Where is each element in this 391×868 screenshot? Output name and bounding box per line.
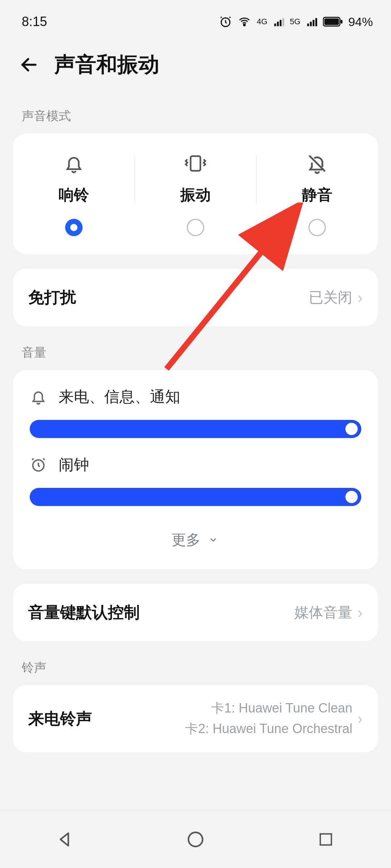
- header: 声音和振动: [0, 36, 391, 90]
- ringtone-card: 来电铃声 卡1: Huawei Tune Clean 卡2: Huawei Tu…: [13, 685, 378, 752]
- svg-rect-2: [274, 24, 276, 26]
- svg-rect-3: [277, 22, 279, 26]
- ringtone-title: 来电铃声: [28, 708, 92, 729]
- svg-rect-11: [324, 18, 339, 25]
- back-arrow-icon: [19, 55, 39, 75]
- square-recent-icon: [318, 831, 334, 848]
- battery-pct: 94%: [348, 15, 373, 29]
- chevron-right-icon: ›: [357, 710, 363, 728]
- section-label-ringtone: 铃声: [0, 641, 391, 685]
- volume-ring-label: 来电、信息、通知: [59, 387, 180, 407]
- mode-ring-label: 响铃: [59, 185, 89, 205]
- wifi-icon: [237, 15, 252, 28]
- svg-rect-6: [307, 24, 309, 26]
- mode-silent-label: 静音: [302, 185, 332, 205]
- volume-alarm-item: 闹钟: [30, 455, 361, 506]
- status-bar: 8:15 4G 5G 94%: [0, 0, 391, 36]
- volume-ring-item: 来电、信息、通知: [30, 387, 361, 438]
- volume-alarm-label: 闹钟: [59, 455, 89, 475]
- slider-thumb: [345, 423, 358, 435]
- mode-ring[interactable]: 响铃: [13, 152, 135, 236]
- nav-recent-button[interactable]: [290, 818, 362, 861]
- volume-card: 来电、信息、通知 闹钟 更多: [13, 370, 378, 569]
- net2-label: 5G: [290, 17, 300, 26]
- radio-silent: [308, 219, 326, 236]
- vibrate-icon: [182, 152, 209, 175]
- radio-vibrate: [187, 219, 204, 236]
- svg-rect-4: [279, 20, 281, 26]
- net1-label: 4G: [257, 17, 267, 26]
- volume-alarm-slider[interactable]: [30, 488, 361, 506]
- svg-point-20: [189, 832, 203, 846]
- back-button[interactable]: [18, 54, 40, 76]
- sound-mode-card: 响铃 振动 静音: [13, 133, 378, 254]
- radio-ring: [65, 219, 83, 236]
- svg-point-1: [244, 24, 245, 26]
- chevron-down-icon: [207, 536, 219, 544]
- ringtone-sim2: 卡2: Huawei Tune Orchestral: [185, 720, 352, 738]
- section-label-volume: 音量: [0, 326, 391, 370]
- svg-rect-12: [341, 20, 342, 24]
- circle-home-icon: [186, 830, 205, 849]
- volume-more-button[interactable]: 更多: [30, 523, 361, 561]
- svg-rect-8: [312, 20, 314, 26]
- bell-icon: [64, 152, 84, 175]
- svg-marker-19: [60, 833, 68, 846]
- mode-vibrate[interactable]: 振动: [135, 152, 256, 236]
- dnd-value: 已关闭: [309, 288, 352, 307]
- volume-more-label: 更多: [172, 530, 201, 550]
- status-time: 8:15: [22, 14, 47, 29]
- chevron-right-icon: ›: [357, 604, 363, 622]
- dnd-row[interactable]: 免打扰 已关闭 ›: [13, 269, 378, 326]
- dnd-title: 免打扰: [28, 287, 76, 308]
- volume-key-title: 音量键默认控制: [28, 602, 140, 623]
- nav-home-button[interactable]: [159, 818, 232, 861]
- chevron-right-icon: ›: [357, 289, 363, 307]
- section-label-sound-mode: 声音模式: [0, 90, 391, 133]
- svg-rect-5: [282, 18, 284, 26]
- navigation-bar: [0, 810, 391, 868]
- battery-icon: [323, 16, 343, 27]
- svg-rect-7: [310, 22, 312, 26]
- volume-key-value: 媒体音量: [294, 603, 352, 622]
- volume-key-card: 音量键默认控制 媒体音量 ›: [13, 584, 378, 641]
- svg-rect-9: [315, 18, 317, 26]
- status-icons: 4G 5G 94%: [219, 15, 373, 29]
- bell-outline-icon: [30, 388, 47, 405]
- dnd-card: 免打扰 已关闭 ›: [13, 269, 378, 326]
- clock-icon: [30, 456, 47, 473]
- slider-thumb: [345, 491, 358, 503]
- page-title: 声音和振动: [54, 51, 159, 79]
- svg-rect-21: [320, 834, 332, 845]
- signal1-icon: [273, 16, 285, 27]
- nav-back-button[interactable]: [29, 818, 101, 861]
- mode-silent[interactable]: 静音: [256, 152, 378, 236]
- alarm-icon: [219, 15, 232, 28]
- ringtone-row[interactable]: 来电铃声 卡1: Huawei Tune Clean 卡2: Huawei Tu…: [13, 685, 378, 752]
- bell-off-icon: [306, 152, 328, 175]
- mode-vibrate-label: 振动: [180, 185, 211, 205]
- volume-key-row[interactable]: 音量键默认控制 媒体音量 ›: [13, 584, 378, 641]
- signal2-icon: [306, 16, 318, 27]
- triangle-back-icon: [56, 830, 75, 849]
- ringtone-sim1: 卡1: Huawei Tune Clean: [185, 699, 352, 717]
- svg-rect-14: [191, 156, 201, 171]
- volume-ring-slider[interactable]: [30, 420, 361, 438]
